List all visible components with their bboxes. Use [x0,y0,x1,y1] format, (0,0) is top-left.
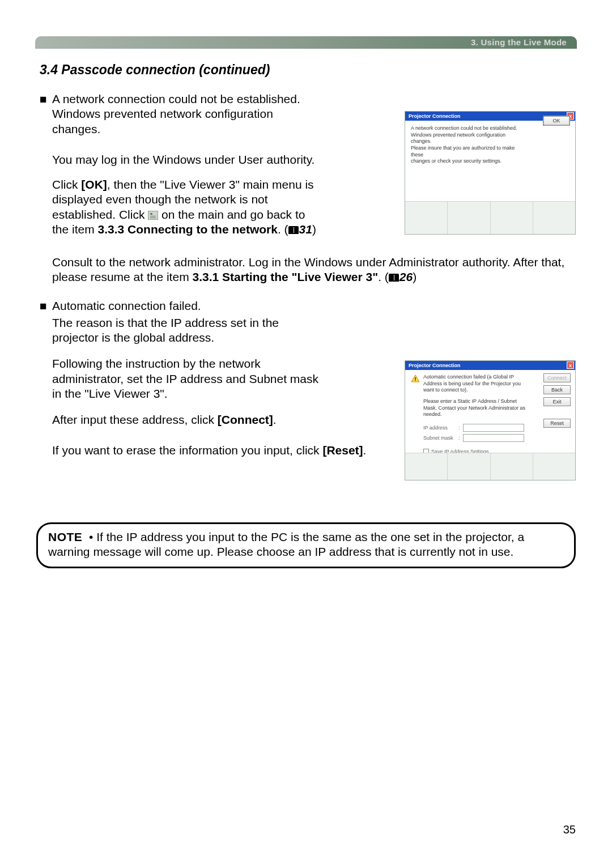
dialog-titlebar: Projector Connection x [405,361,575,370]
reset-button[interactable]: Reset [543,419,571,428]
chapter-header-bar: 3. Using the Live Mode [35,36,577,49]
dialog-thumb-row [405,201,575,234]
dialog-body: A network connection could not be establ… [405,121,575,200]
bullet1-p1: Windows prevented network configuration … [40,107,317,137]
dialog-msg-line: Windows prevented network configuration … [411,132,524,145]
dialog-network-error: Projector Connection x A network connect… [405,111,576,235]
dialog-msg-line: Please insure that you are authorized to… [411,145,524,158]
dialog-msg2: Please enter a Static IP Address / Subne… [423,398,531,418]
book-icon [389,274,399,282]
exit-button[interactable]: Exit [543,397,571,406]
dialog-msg-line: changes or check your security settings. [411,158,524,165]
bullet-marker: ■ [40,299,52,313]
dialog-title: Projector Connection [409,363,461,368]
connect-button[interactable]: Connect [543,373,571,382]
ip-address-input[interactable] [463,424,524,432]
dialog-thumb-row [405,453,575,480]
thumb-slot [491,453,533,480]
close-icon[interactable]: x [567,361,574,369]
connect-icon [148,211,158,220]
thumb-slot [533,453,575,480]
dialog-msg1: Automatic connection failed (a Global IP… [423,374,525,394]
thumb-slot [491,202,533,234]
warning-icon: ! [411,375,420,382]
note-text: If the IP address you input to the PC is… [48,530,524,558]
bullet1-p4: Consult to the network administrator. Lo… [40,255,577,285]
dialog-auto-connect-failed: Projector Connection x ! Automatic conne… [405,360,576,480]
ip-address-label: IP address [423,425,458,431]
bullet-marker: ■ [40,92,52,107]
bullet1-p2: You may log in the Windows under User au… [40,152,317,167]
bullet1-heading: A network connection could not be establ… [52,92,300,107]
thumb-slot [405,202,448,234]
thumb-slot [533,202,575,234]
page-number: 35 [563,823,576,836]
subnet-mask-label: Subnet mask [423,435,458,441]
subnet-mask-input[interactable] [463,434,524,442]
note-box: NOTE • If the IP address you input to th… [36,522,576,568]
bullet2-p2: Following the instruction by the network… [40,356,323,401]
back-button[interactable]: Back [543,385,571,394]
thumb-slot [448,453,490,480]
thumb-slot [448,202,490,234]
dialog-body: ! Automatic connection failed (a Global … [405,370,575,455]
book-icon [288,226,299,234]
thumb-slot [405,453,448,480]
chapter-label: 3. Using the Live Mode [471,37,567,47]
section-title: 3.4 Passcode connection (continued) [40,62,270,78]
bullet2-heading: Automatic connection failed. [52,299,201,313]
dialog-msg-line: A network connection could not be establ… [411,125,524,132]
svg-text:!: ! [415,376,416,382]
ok-button[interactable]: OK [543,116,570,125]
dialog-title: Projector Connection [409,113,461,119]
note-label: NOTE [48,530,82,543]
bullet2-p1: The reason is that the IP address set in… [40,316,323,346]
bullet1-p3: Click [OK], then the "Live Viewer 3" mai… [40,177,317,237]
